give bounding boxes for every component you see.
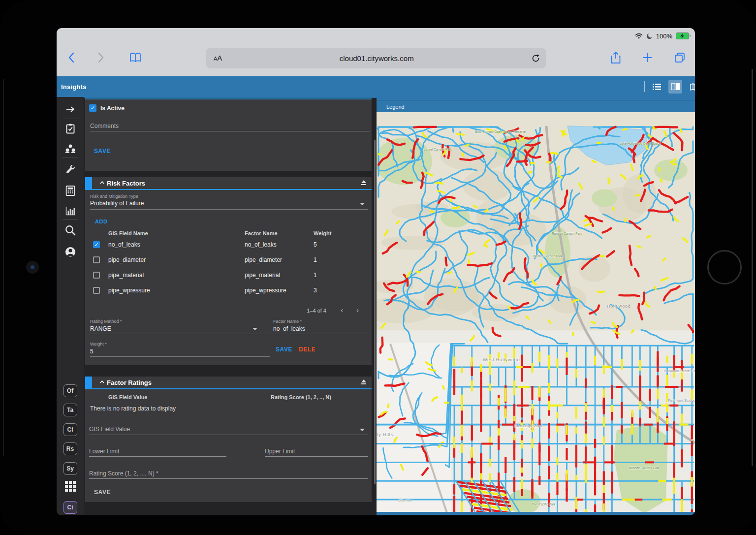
svg-text:Laurel Canyon Park: Laurel Canyon Park (424, 148, 452, 152)
row-checkbox[interactable] (93, 272, 100, 279)
rating-method-label: Rating Method * (90, 319, 122, 324)
col-weight: Weight (314, 230, 331, 236)
is-active-checkbox[interactable]: ✓ (89, 104, 96, 112)
risk-factors-card: Risk Factors Risk and Mitigation Type Pr… (85, 177, 372, 365)
eject-icon[interactable] (361, 180, 367, 186)
content-area: Of Ta Ci Rs Sy Ci ✓ Is Active SAVE (57, 97, 695, 515)
url-bar[interactable]: AA cloud01.cityworks.com (206, 48, 546, 68)
weight-value[interactable]: 5 (90, 348, 94, 355)
url-text[interactable]: cloud01.cityworks.com (222, 54, 531, 63)
legend-label: Legend (386, 104, 405, 110)
sidebar-badge-ci[interactable]: Ci (63, 423, 77, 436)
sidebar-badge-ta[interactable]: Ta (63, 404, 77, 416)
gis-field-cell: pipe_material (108, 272, 144, 279)
table-row[interactable]: pipe_materialpipe_material1 (85, 271, 372, 286)
table-row[interactable]: ✓no_of_leaksno_of_leaks5 (85, 240, 372, 255)
save-rating-button[interactable]: SAVE (94, 489, 111, 496)
empty-ratings-text: There is no rating data to display (90, 405, 176, 412)
factor-ratings-header[interactable]: Factor Ratings (85, 377, 372, 389)
chevron-up-icon (100, 181, 104, 184)
rating-method-value[interactable]: RANGE (90, 325, 111, 332)
apps-grid-icon[interactable] (65, 481, 76, 492)
col-rating-score: Rating Score (1, 2, .., N) (271, 394, 331, 400)
map-panel: Legend Briar Summit Open Space PreserveL… (377, 97, 695, 515)
sidebar-badge-of[interactable]: Of (63, 384, 77, 397)
back-button[interactable] (63, 49, 80, 66)
general-card: ✓ Is Active SAVE (85, 98, 372, 171)
section-accent (85, 377, 92, 388)
text-size-button[interactable]: AA (214, 54, 222, 63)
safari-chrome: 100% (57, 28, 695, 76)
gis-field-cell: pipe_wpressure (108, 287, 150, 294)
reload-icon[interactable] (531, 54, 540, 63)
delete-factor-button[interactable]: DELETE (299, 346, 315, 353)
tabs-icon[interactable] (671, 49, 689, 66)
risk-factors-header[interactable]: Risk Factors (85, 177, 372, 190)
home-button[interactable] (707, 250, 742, 284)
device-edge-left (3, 79, 4, 456)
bar-chart-icon[interactable] (65, 206, 75, 216)
list-view-icon[interactable] (650, 80, 663, 94)
save-button[interactable]: SAVE (94, 148, 111, 155)
row-checkbox[interactable] (93, 256, 100, 263)
dropdown-caret-icon[interactable] (360, 203, 365, 205)
bookmarks-icon[interactable] (126, 49, 144, 66)
battery-icon (676, 32, 689, 39)
svg-text:West Hollywood: West Hollywood (483, 357, 520, 362)
clipboard-check-icon[interactable] (66, 124, 75, 134)
dropdown-caret-icon[interactable] (252, 328, 257, 330)
gis-field-value-dropdown[interactable]: GIS Field Value (89, 426, 130, 433)
forward-button[interactable] (92, 49, 110, 66)
weight-cell: 3 (314, 287, 317, 294)
share-icon[interactable] (607, 49, 625, 66)
factor-name-label: Factor Name * (273, 319, 302, 324)
map-view-icon[interactable] (687, 80, 695, 94)
add-button[interactable]: ADD (95, 219, 108, 224)
weight-cell: 1 (314, 272, 317, 279)
sidebar-badge-rs[interactable]: Rs (63, 442, 77, 455)
svg-text:Clifton Way: Clifton Way (398, 499, 412, 502)
wrench-icon[interactable] (65, 164, 75, 174)
map-canvas[interactable]: Briar Summit Open Space PreserveLaurel C… (377, 112, 695, 512)
weight-cell: 5 (314, 241, 317, 248)
row-checkbox[interactable] (93, 287, 100, 294)
lower-limit-input[interactable] (89, 446, 226, 457)
svg-text:Beverly Hills: Beverly Hills (377, 432, 393, 437)
row-checkbox[interactable]: ✓ (93, 241, 100, 248)
factor-name-value[interactable]: no_of_leaks (273, 325, 305, 332)
eject-icon[interactable] (361, 379, 367, 385)
legend-bar[interactable]: Legend (377, 100, 695, 113)
sidebar-badge-ci-active[interactable]: Ci (63, 501, 77, 514)
upper-limit-input[interactable] (265, 446, 368, 457)
sidebar-divider (63, 219, 78, 220)
panel-scrollbar[interactable] (374, 140, 376, 484)
page-next-icon[interactable]: › (356, 306, 359, 314)
rating-score-input[interactable] (89, 469, 368, 479)
table-row[interactable]: pipe_diameterpipe_diameter1 (85, 255, 372, 271)
col-gis-field-value: GIS Field Value (108, 394, 147, 400)
gis-field-cell: no_of_leaks (108, 241, 140, 248)
factor-name-cell: pipe_wpressure (245, 287, 286, 294)
split-view-icon[interactable] (668, 80, 682, 94)
comments-input[interactable] (90, 121, 370, 131)
page-prev-icon[interactable]: ‹ (341, 306, 343, 314)
svg-text:Pan Pacific Park: Pan Pacific Park (532, 503, 556, 506)
type-value[interactable]: Probability of Failure (90, 200, 144, 207)
search-icon[interactable] (65, 225, 76, 236)
sidebar-badge-sy[interactable]: Sy (63, 462, 77, 475)
save-factor-button[interactable]: SAVE (276, 346, 292, 353)
calculator-icon[interactable] (65, 186, 75, 196)
factor-name-cell: no_of_leaks (245, 241, 277, 248)
chevron-up-icon (100, 380, 104, 383)
account-icon[interactable] (65, 247, 76, 257)
group-icon[interactable] (65, 144, 76, 153)
map-container[interactable]: Briar Summit Open Space PreserveLaurel C… (377, 112, 695, 512)
dropdown-caret-icon[interactable] (360, 429, 365, 431)
section-title: Risk Factors (107, 180, 145, 187)
status-bar: 100% (635, 31, 689, 41)
arrow-right-icon[interactable] (66, 106, 75, 113)
table-row[interactable]: pipe_wpressurepipe_wpressure3 (85, 286, 372, 301)
new-tab-icon[interactable] (638, 49, 656, 66)
col-factor-name: Factor Name (245, 230, 278, 236)
svg-text:Briar Summit Open Space Preser: Briar Summit Open Space Preserve (475, 130, 526, 134)
